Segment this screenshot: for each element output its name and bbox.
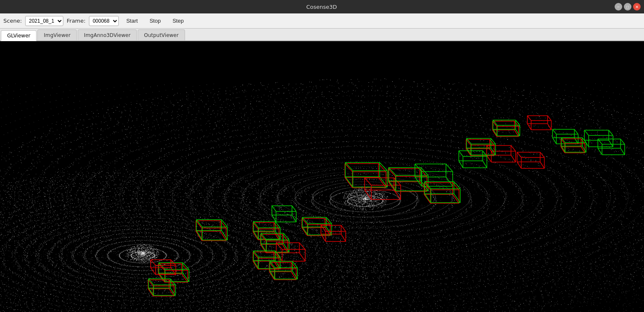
tab-outputviewer[interactable]: OutputViewer — [138, 29, 185, 40]
gl-viewer[interactable] — [0, 41, 644, 312]
close-button[interactable]: ✕ — [633, 3, 641, 10]
stop-button[interactable]: Stop — [145, 16, 165, 26]
frame-label: Frame: — [67, 18, 86, 24]
minimize-button[interactable]: − — [615, 3, 622, 10]
title-bar: Cosense3D − □ ✕ — [0, 0, 644, 13]
tab-glviewer[interactable]: GLViewer — [1, 30, 37, 41]
tab-imganno3dviewer[interactable]: ImgAnno3DViewer — [78, 29, 137, 40]
toolbar: Scene: 2021_08_1 Frame: 000068 Start Sto… — [0, 13, 644, 29]
window-controls: − □ ✕ — [615, 3, 641, 10]
frame-select[interactable]: 000068 — [89, 16, 119, 26]
tab-bar: GLViewer ImgViewer ImgAnno3DViewer Outpu… — [0, 29, 644, 41]
maximize-button[interactable]: □ — [624, 3, 631, 10]
scene-select[interactable]: 2021_08_1 — [25, 16, 63, 26]
scene-label: Scene: — [3, 18, 22, 24]
start-button[interactable]: Start — [122, 16, 142, 26]
step-button[interactable]: Step — [168, 16, 188, 26]
tab-imgviewer[interactable]: ImgViewer — [37, 29, 77, 40]
lidar-point-cloud — [0, 41, 644, 312]
window-title: Cosense3D — [29, 4, 615, 10]
